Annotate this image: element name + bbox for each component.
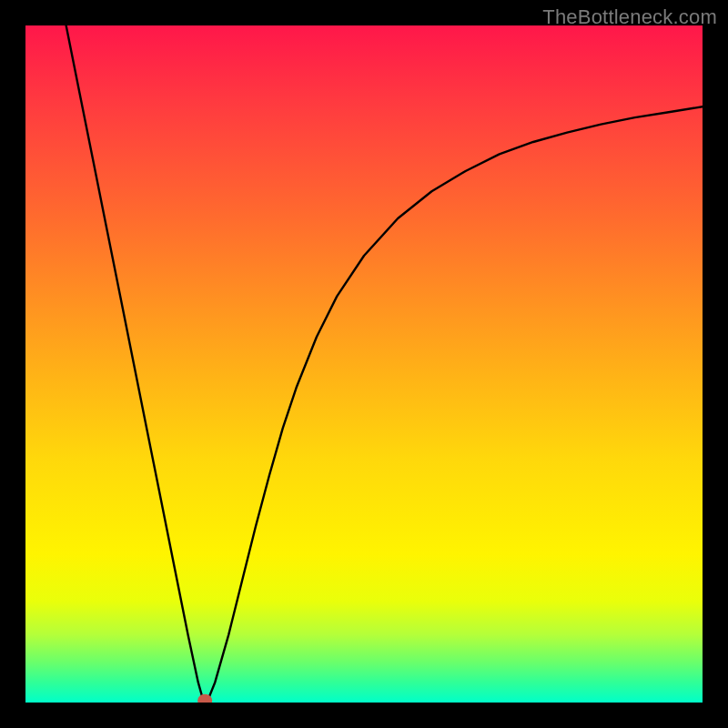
chart-frame: TheBottleneck.com — [0, 0, 728, 728]
bottleneck-curve — [25, 25, 703, 703]
optimum-marker — [197, 694, 212, 703]
plot-area — [25, 25, 703, 703]
curve-path — [66, 25, 703, 699]
